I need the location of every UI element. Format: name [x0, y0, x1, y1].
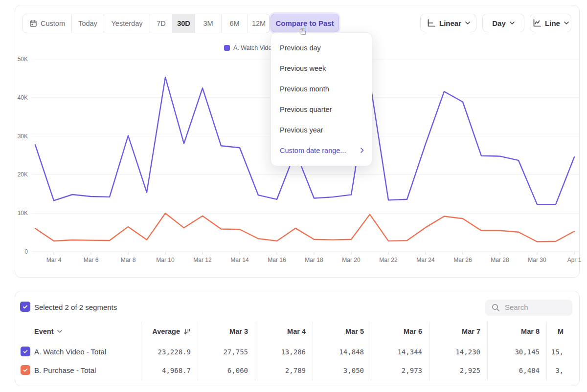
average-value: 23,228.9 [137, 348, 191, 356]
search-placeholder: Search [505, 303, 528, 311]
select-all-checkbox[interactable] [20, 302, 30, 312]
menu-item-label: Custom date range... [280, 147, 346, 154]
chevron-down-icon [465, 22, 470, 24]
event-column-header[interactable]: Event [34, 327, 62, 335]
row-checkbox[interactable] [21, 347, 30, 356]
preset-7d[interactable]: 7D [150, 14, 173, 33]
preset-6m[interactable]: 6M [222, 14, 248, 33]
compare-to-past-menu: Previous dayPrevious weekPrevious monthP… [271, 32, 372, 166]
menu-item-previous-quarter[interactable]: Previous quarter [271, 99, 372, 120]
preset-label: 7D [157, 20, 166, 27]
table-cell: 3,050 [310, 367, 364, 374]
checkmark-icon [22, 303, 29, 310]
interval-label: Day [492, 19, 506, 27]
menu-item-previous-week[interactable]: Previous week [271, 58, 372, 79]
segment-row-label[interactable]: A. Watch Video - Total [34, 348, 106, 356]
preset-label: Today [78, 20, 97, 27]
legend-swatch [224, 45, 230, 51]
date-column-header[interactable]: Mar 5 [310, 327, 364, 335]
segment-row-label[interactable]: B. Purchase - Total [34, 366, 96, 374]
preset-label: Custom [41, 20, 65, 27]
menu-item-custom-date-range[interactable]: Custom date range... [271, 140, 372, 161]
selected-segments-summary: Selected 2 of 2 segments [34, 303, 117, 311]
calendar-icon [29, 20, 37, 27]
table-cell: 2,789 [252, 367, 306, 374]
date-column-header[interactable]: M [510, 327, 564, 335]
table-cell: 27,755 [194, 348, 248, 356]
sort-descending-icon [183, 328, 191, 335]
preset-custom[interactable]: Custom [23, 14, 72, 33]
search-input[interactable]: Search [485, 300, 572, 316]
compare-to-past-button[interactable]: Compare to Past [271, 14, 339, 32]
scale-label: Linear [439, 19, 461, 27]
table-cell: 6,060 [194, 367, 248, 374]
preset-label: 30D [177, 20, 190, 27]
menu-item-previous-month[interactable]: Previous month [271, 79, 372, 99]
checkmark-icon [22, 367, 29, 373]
date-column-header[interactable]: Mar 3 [194, 327, 248, 335]
date-column-header[interactable]: Mar 6 [368, 327, 422, 335]
table-cell: 15, [510, 348, 564, 356]
search-icon [492, 304, 500, 312]
menu-item-previous-year[interactable]: Previous year [271, 120, 372, 140]
line-chart-icon [532, 19, 541, 27]
preset-12m[interactable]: 12M [248, 14, 270, 33]
table-cell: 2,973 [368, 367, 422, 374]
chart-type-dropdown-button[interactable]: Line [530, 14, 571, 32]
chevron-down-icon [57, 330, 62, 333]
average-column-header[interactable]: Average [117, 327, 191, 335]
axis-linear-icon [427, 19, 435, 27]
menu-item-previous-day[interactable]: Previous day [271, 38, 372, 58]
row-checkbox[interactable] [21, 365, 30, 375]
preset-3m[interactable]: 3M [195, 14, 222, 33]
preset-label: 3M [203, 20, 213, 27]
chevron-down-icon [510, 22, 515, 24]
preset-yesterday[interactable]: Yesterday [104, 14, 150, 33]
interval-dropdown-button[interactable]: Day [482, 14, 524, 32]
preset-label: Yesterday [112, 20, 143, 27]
date-column-header[interactable]: Mar 4 [252, 327, 306, 335]
preset-label: 6M [229, 20, 239, 27]
table-bottom-divider [15, 381, 579, 381]
table-cell: 14,848 [310, 348, 364, 356]
table-cell: 13,286 [252, 348, 306, 356]
average-value: 4,968.7 [137, 367, 191, 374]
preset-30d[interactable]: 30D [173, 14, 195, 33]
chart-type-label: Line [545, 19, 560, 27]
table-cell: 2,925 [427, 367, 480, 374]
table-cell: 14,344 [368, 348, 422, 356]
table-cell: 14,230 [427, 348, 480, 356]
chevron-right-icon [361, 147, 364, 154]
preset-today[interactable]: Today [72, 14, 104, 33]
date-column-header[interactable]: Mar 7 [427, 327, 480, 335]
chevron-down-icon [564, 22, 569, 24]
checkmark-icon [22, 348, 29, 355]
table-cell: 3, [510, 367, 564, 374]
date-preset-control: CustomTodayYesterday7D30D3M6M12M [23, 14, 270, 33]
scale-dropdown-button[interactable]: Linear [420, 14, 476, 32]
preset-label: 12M [252, 20, 266, 27]
analytics-dashboard: 010K20K30K40K50KMar 4Mar 6Mar 8Mar 10Mar… [0, 0, 587, 392]
